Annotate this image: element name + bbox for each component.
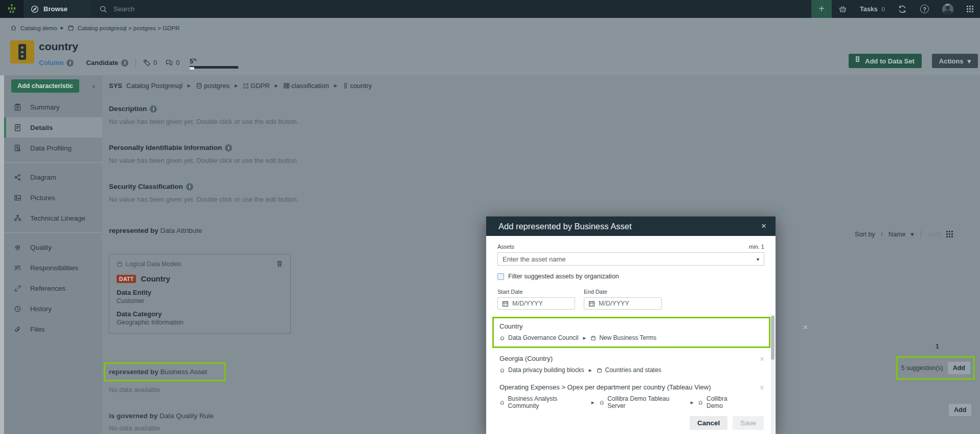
avatar: ⚙ — [942, 4, 953, 15]
collapse-sidebar-icon[interactable]: ‹ — [93, 81, 95, 90]
delete-icon[interactable] — [276, 260, 283, 268]
asset-meta-row: Column i Candidate i 0 0 5% — [39, 57, 238, 69]
basket-button[interactable] — [832, 0, 854, 18]
add-characteristic-button[interactable]: Add characteristic — [11, 79, 79, 93]
add-data-attribute-button[interactable]: Add — [928, 231, 941, 238]
add-business-asset-button[interactable]: Add — [948, 362, 970, 374]
divider — [921, 230, 921, 238]
sidebar-item-pictures[interactable]: Pictures — [4, 187, 102, 208]
sidebar-item-responsibilities[interactable]: Responsibilities — [4, 257, 102, 278]
sidebar-item-summary[interactable]: Summary — [4, 97, 102, 117]
basket-icon — [838, 5, 847, 13]
sidebar-item-label: Details — [30, 124, 53, 132]
filter-by-organization-checkbox[interactable]: Filter suggested assets by organization — [497, 273, 764, 280]
asset-type-link[interactable]: Column — [39, 59, 63, 67]
start-date-label: Start Date — [497, 289, 575, 295]
remove-suggestion-icon[interactable]: × — [803, 323, 808, 332]
add-quality-rule-button[interactable]: Add — [949, 404, 971, 416]
suggestion-row-country[interactable]: Country Data Governance Council ▶ New Bu… — [492, 317, 770, 348]
breadcrumb-path[interactable]: Catalog postgresql > postgres > GDPR — [78, 25, 179, 31]
path-segment-column[interactable]: country — [343, 82, 372, 90]
sidebar-item-quality[interactable]: Quality — [4, 237, 102, 257]
path-segment-system[interactable]: Catalog Postgresql — [126, 82, 183, 90]
info-icon[interactable]: i — [225, 144, 232, 151]
create-button[interactable]: + — [811, 0, 832, 18]
sidebar-item-references[interactable]: References — [4, 278, 102, 298]
help-button[interactable]: ? — [914, 0, 936, 18]
card-asset-link[interactable]: Country — [141, 274, 170, 283]
data-attribute-card[interactable]: Logical Data Models DATT Country Data En… — [109, 254, 291, 334]
close-icon[interactable]: × — [761, 221, 766, 231]
remove-suggestion-icon[interactable]: × — [760, 383, 764, 393]
sidebar-item-diagram[interactable]: Diagram — [4, 167, 102, 187]
caret-down-icon[interactable]: ▾ — [910, 230, 914, 238]
page-title: country — [39, 40, 78, 53]
path-segment-table[interactable]: classification — [283, 82, 329, 90]
suggestion-name[interactable]: Country — [499, 322, 748, 330]
card-domain[interactable]: Logical Data Models — [117, 261, 181, 268]
info-icon[interactable]: i — [186, 183, 193, 190]
progress-fill — [190, 67, 194, 70]
tag-count: 0 — [153, 59, 157, 67]
sidebar-item-files[interactable]: Files — [4, 319, 102, 339]
tags-button[interactable]: 0 — [143, 59, 157, 67]
sync-button[interactable] — [891, 0, 914, 18]
suggestion-row-operating-expenses[interactable]: Operating Expenses > Opex per department… — [497, 379, 764, 415]
community-icon — [698, 400, 703, 405]
section-empty-text: No value has been given yet. Double clic… — [109, 118, 980, 125]
add-to-dataset-button[interactable]: Add to Data Set — [849, 54, 922, 68]
remove-suggestion-icon[interactable]: × — [760, 355, 764, 364]
path-separator: ▶ — [235, 83, 238, 88]
sidebar-item-technical-lineage[interactable]: Technical Lineage — [4, 208, 102, 228]
tag-icon — [143, 59, 151, 67]
sidebar-divider — [4, 162, 102, 163]
info-icon[interactable]: i — [66, 59, 74, 67]
sidebar-item-details[interactable]: Details — [4, 117, 102, 138]
view-grid-icon[interactable] — [946, 231, 948, 232]
domain-icon — [67, 25, 74, 31]
path-segment-database[interactable]: postgres — [196, 82, 230, 90]
info-icon[interactable]: i — [121, 59, 128, 67]
progress-unit: % — [193, 57, 197, 62]
history-icon — [14, 305, 21, 313]
card-field: Data Category Geographic Information — [117, 310, 283, 326]
save-button[interactable]: Save — [733, 416, 764, 430]
quality-icon — [14, 244, 21, 251]
link-icon — [14, 285, 21, 292]
start-date-input[interactable]: M/D/YYYY — [497, 297, 575, 310]
modal-footer: Cancel Save — [486, 411, 771, 434]
date-placeholder: M/D/YYYY — [599, 300, 629, 307]
suggestion-row-georgia[interactable]: Georgia (Country) Data privacy building … — [497, 350, 764, 379]
sort-direction-icon[interactable]: ↑ — [880, 231, 883, 238]
sort-field-select[interactable]: Name — [888, 231, 905, 238]
actions-button[interactable]: Actions ▾ — [932, 54, 978, 68]
path-separator: ▶ — [589, 368, 592, 373]
plus-icon: + — [818, 3, 825, 15]
dropdown-caret-icon[interactable]: ▾ — [757, 256, 759, 262]
apps-menu-button[interactable] — [960, 0, 980, 18]
info-icon[interactable]: i — [150, 105, 157, 113]
modal-scrollbar-thumb[interactable] — [771, 316, 774, 360]
global-search-input[interactable]: Search — [91, 0, 811, 18]
sidebar-item-data-profiling[interactable]: Data Profiling — [4, 138, 102, 158]
document-icon — [14, 124, 21, 132]
end-date-input[interactable]: M/D/YYYY — [584, 297, 662, 310]
comment-count: 0 — [176, 59, 179, 67]
domain-icon — [597, 367, 602, 373]
asset-status[interactable]: Candidate — [86, 59, 118, 67]
path-segment-schema[interactable]: GDPR — [243, 82, 270, 90]
suggestion-name[interactable]: Operating Expenses > Opex per department… — [499, 383, 744, 391]
asset-name-input[interactable]: Enter the asset name ▾ — [497, 252, 764, 266]
sidebar-item-history[interactable]: History — [4, 298, 102, 319]
suggestions-count-label: 5 suggestion(s) — [901, 364, 943, 372]
tasks-button[interactable]: Tasks 0 — [854, 0, 891, 18]
cancel-button[interactable]: Cancel — [690, 416, 727, 430]
breadcrumb-community[interactable]: Catalog demo — [20, 25, 57, 31]
user-menu[interactable]: ⚙ — [936, 0, 960, 18]
checkbox[interactable] — [497, 273, 504, 280]
browse-button[interactable]: Browse — [24, 0, 91, 18]
suggestion-name[interactable]: Georgia (Country) — [499, 355, 744, 362]
comments-button[interactable]: 0 — [165, 59, 179, 67]
community-icon — [599, 400, 605, 405]
app-logo[interactable] — [0, 0, 24, 18]
